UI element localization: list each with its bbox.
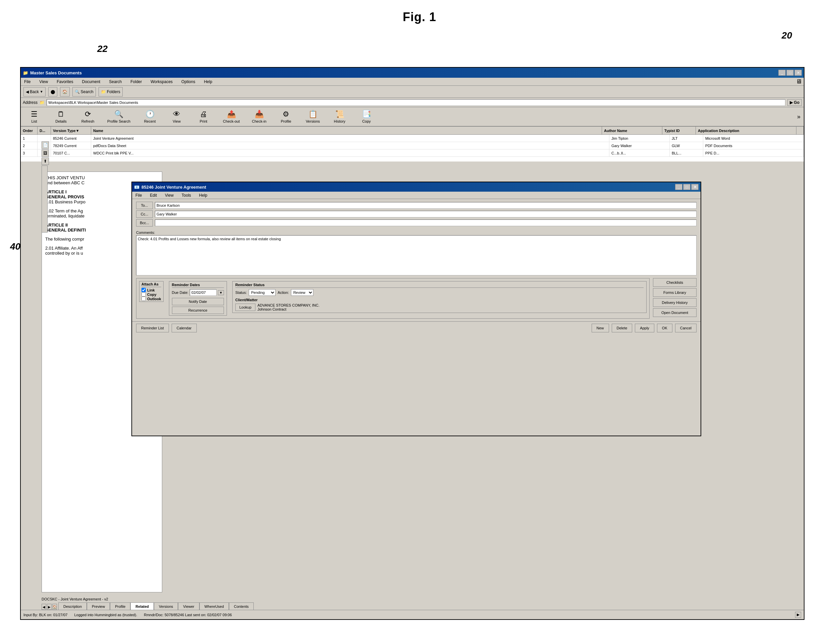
menu-folder[interactable]: Folder xyxy=(129,79,143,85)
lookup-button[interactable]: Lookup xyxy=(235,304,255,311)
view-button[interactable]: 👁 View xyxy=(166,109,187,124)
calendar-button[interactable]: Calendar xyxy=(172,324,197,332)
home-button[interactable]: 🏠 xyxy=(60,87,70,97)
search-button[interactable]: 🔍 Search xyxy=(72,87,96,97)
doc-label: DOCSKC - Joint Venture Agreement - v2 xyxy=(41,597,108,601)
status-select[interactable]: Pending Completed xyxy=(249,289,276,296)
table-row[interactable]: 1 85246 Current Joint Venture Agreement … xyxy=(21,135,804,142)
email-menu-bar: File Edit View Tools Help xyxy=(132,192,701,199)
checklists-button[interactable]: Checklists xyxy=(653,278,696,287)
forward-button[interactable]: ⬤ xyxy=(48,87,57,97)
email-menu-help[interactable]: Help xyxy=(198,192,209,198)
col-app-desc[interactable]: Application Description xyxy=(696,127,796,135)
open-document-button[interactable]: Open Document xyxy=(653,308,696,317)
delete-button[interactable]: Delete xyxy=(612,324,633,332)
forms-library-button[interactable]: Forms Library xyxy=(653,288,696,297)
notify-date-button[interactable]: Notify Date xyxy=(172,298,224,305)
email-dialog-close[interactable]: ✕ xyxy=(691,184,699,190)
print-button[interactable]: 🖨 Print xyxy=(193,109,214,124)
cc-field-row: Cc... xyxy=(136,210,696,218)
checkin-button[interactable]: 📥 Check-in xyxy=(249,109,269,124)
email-menu-file[interactable]: File xyxy=(134,192,143,198)
delivery-history-button[interactable]: Delivery History xyxy=(653,298,696,307)
copy-checkbox[interactable] xyxy=(141,292,146,297)
tab-viewer[interactable]: Viewer xyxy=(178,603,199,610)
cc-button[interactable]: Cc... xyxy=(136,210,153,218)
details-button[interactable]: 🗒 Details xyxy=(51,109,71,124)
minimize-button[interactable]: _ xyxy=(778,70,786,76)
sidebar-icon-1[interactable]: 📄 xyxy=(41,141,49,149)
versions-button[interactable]: 📋 Versions xyxy=(303,109,323,124)
maximize-button[interactable]: □ xyxy=(786,70,794,76)
email-menu-tools[interactable]: Tools xyxy=(180,192,192,198)
status-scroll-right[interactable]: ▶ xyxy=(795,612,801,618)
col-name[interactable]: Name xyxy=(91,127,602,135)
email-menu-edit[interactable]: Edit xyxy=(148,192,158,198)
history-button[interactable]: 📜 History xyxy=(329,109,350,124)
tab-contents[interactable]: Contents xyxy=(229,603,254,610)
to-button[interactable]: To... xyxy=(136,202,153,209)
sidebar-scroll[interactable] xyxy=(41,166,48,233)
tab-whereused[interactable]: WhereUsed xyxy=(199,603,229,610)
tab-versions[interactable]: Versions xyxy=(154,603,178,610)
more-icon: » xyxy=(797,113,800,120)
to-input[interactable] xyxy=(155,202,696,209)
tab-prev-button[interactable]: ◀ xyxy=(41,604,46,610)
new-button[interactable]: New xyxy=(592,324,609,332)
recurrence-button[interactable]: Recurrence xyxy=(172,307,224,314)
menu-help[interactable]: Help xyxy=(202,79,214,85)
table-row[interactable]: 2 78249 Current pdfDocs Data Sheet Gary … xyxy=(21,142,804,150)
menu-favorites[interactable]: Favorites xyxy=(55,79,74,85)
go-button[interactable]: ▶ Go xyxy=(787,99,802,106)
menu-search[interactable]: Search xyxy=(108,79,123,85)
bcc-button[interactable]: Bcc... xyxy=(136,219,153,227)
menu-document[interactable]: Document xyxy=(81,79,102,85)
folders-button[interactable]: 📁 Folders xyxy=(99,87,123,97)
copy-button[interactable]: 📑 Copy xyxy=(356,109,377,124)
link-checkbox[interactable] xyxy=(141,288,146,292)
menu-workspaces[interactable]: Workspaces xyxy=(149,79,174,85)
menu-file[interactable]: File xyxy=(23,79,32,85)
profile-button[interactable]: ⚙ Profile xyxy=(276,109,296,124)
bcc-input[interactable] xyxy=(155,220,696,226)
tab-preview[interactable]: Preview xyxy=(87,603,110,610)
ok-button[interactable]: OK xyxy=(657,324,673,332)
cancel-button[interactable]: Cancel xyxy=(675,324,696,332)
address-input[interactable] xyxy=(47,99,785,106)
email-menu-view[interactable]: View xyxy=(164,192,175,198)
col-typist[interactable]: Typist ID xyxy=(662,127,696,135)
cc-input[interactable] xyxy=(155,211,696,217)
cell-author: Gary Walker xyxy=(609,142,670,149)
apply-button[interactable]: Apply xyxy=(635,324,654,332)
menu-options[interactable]: Options xyxy=(180,79,196,85)
col-author[interactable]: Author Name xyxy=(602,127,662,135)
col-d[interactable]: D... xyxy=(38,127,51,135)
recent-button[interactable]: 🕐 Recent xyxy=(140,109,160,124)
due-date-dropdown-icon[interactable]: ▼ xyxy=(218,290,224,295)
table-row[interactable]: 3 70107 C... WDCC Print blk PPE V... C..… xyxy=(21,150,804,157)
tab-next-button[interactable]: ▶ xyxy=(47,604,52,610)
email-dialog-minimize[interactable]: _ xyxy=(675,184,683,190)
due-date-input[interactable] xyxy=(190,289,217,296)
close-button[interactable]: ✕ xyxy=(795,70,802,76)
outlook-checkbox[interactable] xyxy=(141,297,146,301)
email-dialog-maximize[interactable]: □ xyxy=(683,184,691,190)
tab-description[interactable]: Description xyxy=(58,603,87,610)
reminder-list-button[interactable]: Reminder List xyxy=(136,324,169,332)
menu-view[interactable]: View xyxy=(38,79,49,85)
col-order[interactable]: Order xyxy=(21,127,38,135)
tab-profile[interactable]: Profile xyxy=(110,603,130,610)
comments-textarea[interactable]: Check: 4.01 Profits and Losses new formu… xyxy=(136,235,696,276)
tab-related[interactable]: Related xyxy=(130,603,154,610)
checkout-button[interactable]: 📤 Check-out xyxy=(220,109,242,124)
list-button[interactable]: ☰ List xyxy=(24,109,44,124)
col-version-type[interactable]: Version Type ▼ xyxy=(51,127,91,135)
back-button[interactable]: ◀ Back ▼ xyxy=(23,87,46,97)
sidebar-icon-3[interactable]: ⬆ xyxy=(41,158,49,165)
address-label: Address xyxy=(23,100,38,105)
refresh-button[interactable]: ⟳ Refresh xyxy=(78,109,98,124)
profile-search-button[interactable]: 🔍 Profile Search xyxy=(105,109,133,124)
tab-home-button[interactable]: 🏠 xyxy=(52,604,57,610)
action-select[interactable]: Review Approve xyxy=(291,289,313,296)
sidebar-icon-2[interactable]: 🖼 xyxy=(41,150,49,157)
